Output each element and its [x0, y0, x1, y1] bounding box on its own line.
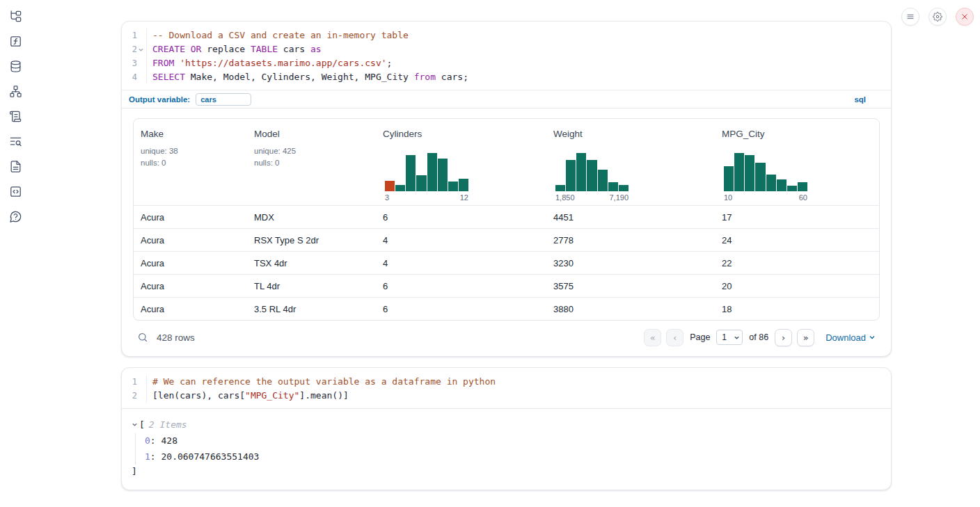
code-line: 3FROM 'https://datasets.marimo.app/cars.…: [122, 56, 891, 70]
code-line: 1# We can reference the output variable …: [122, 375, 891, 389]
chevron-down-icon: [869, 334, 876, 341]
code-text: -- Download a CSV and create an in-memor…: [147, 29, 409, 42]
code-text: CREATE OR replace TABLE cars as: [147, 42, 322, 56]
menu-button[interactable]: [901, 8, 919, 26]
search-icon[interactable]: [137, 332, 148, 343]
column-header-make[interactable]: Makeunique: 38nulls: 0: [134, 119, 247, 205]
collapse-chevron-icon[interactable]: [132, 421, 138, 428]
row-count: 428 rows: [157, 332, 195, 343]
sidebar-item-logs[interactable]: [8, 134, 23, 148]
histogram-bar: [438, 159, 448, 191]
download-button[interactable]: Download: [825, 332, 876, 343]
result-table: Makeunique: 38nulls: 0Modelunique: 425nu…: [133, 118, 880, 321]
table-row[interactable]: AcuraRSX Type S 2dr4277824: [134, 228, 879, 251]
tree-entry: 0: 428: [145, 433, 880, 449]
tree-root: [2 Items: [132, 417, 880, 432]
table-cell: 17: [715, 212, 879, 223]
tree-entry-index: 1: [145, 451, 150, 462]
sidebar-item-data-sources[interactable]: [8, 59, 23, 73]
sidebar-item-documentation[interactable]: [8, 159, 23, 173]
sidebar-item-dependencies[interactable]: [8, 84, 23, 98]
histogram-bar: [787, 186, 797, 191]
table-row[interactable]: AcuraTSX 4dr4323022: [134, 251, 879, 274]
histogram-bar: [427, 153, 437, 191]
sidebar: [0, 0, 31, 507]
next-page-button[interactable]: ›: [775, 329, 792, 346]
python-cell: 1# We can reference the output variable …: [121, 367, 892, 490]
sidebar-item-help[interactable]: [8, 209, 23, 223]
line-number: 1: [122, 375, 147, 389]
code-line: 1-- Download a CSV and create an in-memo…: [122, 29, 891, 42]
axis-min-label: 10: [724, 193, 732, 202]
histogram-bar: [566, 160, 576, 191]
table-cell: 4: [376, 258, 546, 268]
histogram-bar: [598, 170, 608, 191]
python-output-tree: [2 Items0: 4281: 20.060747663551403]: [122, 409, 891, 490]
code-line: 4SELECT Make, Model, Cylinders, Weight, …: [122, 70, 891, 84]
code-text: FROM 'https://datasets.marimo.app/cars.c…: [147, 56, 392, 70]
close-icon: [960, 12, 970, 22]
column-header-mpg_city[interactable]: MPG_City1060: [715, 119, 879, 205]
logs-search-icon: [9, 135, 22, 148]
table-cell: Acura: [134, 235, 247, 246]
axis-min-label: 3: [385, 193, 389, 202]
column-title: Weight: [553, 129, 709, 139]
column-histogram: 312: [385, 153, 468, 202]
table-cell: MDX: [247, 212, 376, 223]
document-icon: [9, 160, 22, 173]
tree-entry-value: 20.060747663551403: [161, 451, 259, 462]
table-cell: 3880: [546, 304, 715, 314]
histogram-bar: [745, 155, 754, 191]
code-editor[interactable]: 1# We can reference the output variable …: [122, 368, 891, 408]
table-cell: Acura: [134, 281, 247, 291]
page-select[interactable]: 1: [716, 330, 743, 345]
axis-max-label: 12: [460, 193, 468, 202]
dependency-graph-icon: [9, 85, 22, 98]
code-text: SELECT Make, Model, Cylinders, Weight, M…: [147, 70, 468, 84]
column-header-cylinders[interactable]: Cylinders312: [376, 119, 546, 205]
table-cell: 4451: [546, 212, 715, 223]
table-cell: 22: [715, 258, 879, 268]
histogram-bar: [587, 160, 596, 191]
table-row[interactable]: AcuraMDX6445117: [134, 205, 879, 228]
histogram-bar: [555, 185, 565, 191]
table-row[interactable]: AcuraTL 4dr6357520: [134, 274, 879, 297]
prev-page-button[interactable]: ‹: [666, 329, 683, 346]
output-variable-input[interactable]: [196, 93, 251, 106]
histogram-bar: [395, 185, 405, 191]
column-header-weight[interactable]: Weight1,8507,190: [546, 119, 715, 205]
histogram-bar: [406, 155, 416, 191]
sidebar-item-file-explorer[interactable]: [8, 9, 23, 23]
language-badge[interactable]: sql: [854, 95, 866, 104]
axis-max-label: 7,190: [609, 193, 629, 202]
last-page-button[interactable]: »: [797, 329, 814, 346]
first-page-button[interactable]: «: [644, 329, 661, 346]
table-cell: Acura: [134, 258, 247, 268]
code-line: 2CREATE OR replace TABLE cars as: [122, 42, 891, 56]
tree-open-bracket: [: [139, 417, 145, 432]
table-cell: RSX Type S 2dr: [247, 235, 376, 246]
histogram-bar: [619, 185, 629, 191]
table-cell: TSX 4dr: [247, 258, 376, 268]
column-stats: unique: 425nulls: 0: [254, 145, 370, 168]
column-title: MPG_City: [722, 129, 874, 139]
sidebar-item-snippets[interactable]: [8, 184, 23, 198]
column-header-model[interactable]: Modelunique: 425nulls: 0: [247, 119, 376, 205]
page-label: Page: [690, 332, 710, 342]
sidebar-item-variables[interactable]: [8, 34, 23, 48]
scratchpad-icon: [9, 110, 22, 123]
sql-output: Makeunique: 38nulls: 0Modelunique: 425nu…: [122, 108, 891, 356]
settings-button[interactable]: [928, 8, 947, 26]
close-button[interactable]: [956, 8, 974, 26]
table-cell: 3575: [546, 281, 715, 291]
fold-chevron-icon[interactable]: [137, 42, 144, 56]
function-square-icon: [9, 35, 22, 48]
sidebar-item-scratchpad[interactable]: [8, 109, 23, 123]
code-editor[interactable]: 1-- Download a CSV and create an in-memo…: [122, 22, 891, 90]
line-number: 1: [122, 29, 147, 42]
column-title: Model: [254, 129, 370, 139]
tree-items-count: 2 Items: [149, 417, 187, 432]
table-row[interactable]: Acura3.5 RL 4dr6388018: [134, 297, 879, 320]
histogram-bar: [608, 182, 618, 191]
column-title: Make: [141, 129, 242, 139]
